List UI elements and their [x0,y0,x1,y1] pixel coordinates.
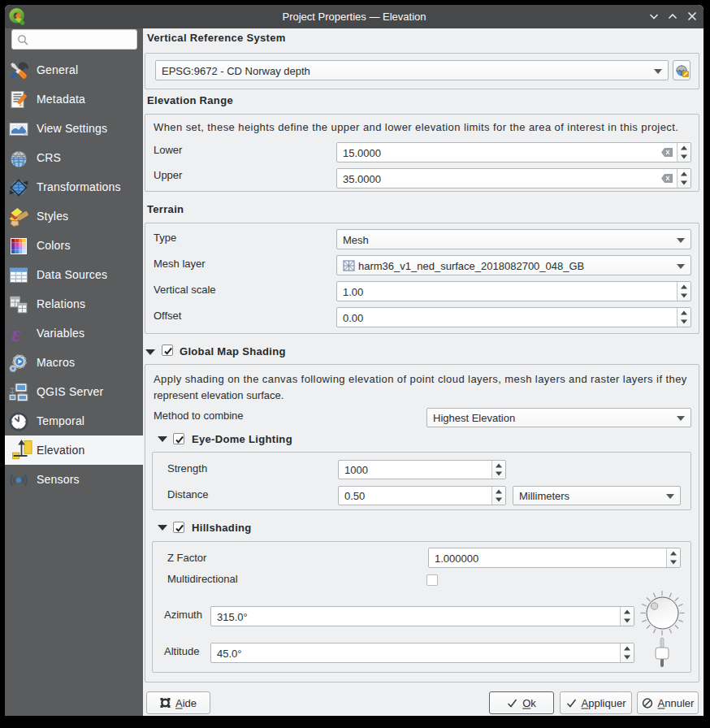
svg-text:ε: ε [11,323,21,344]
